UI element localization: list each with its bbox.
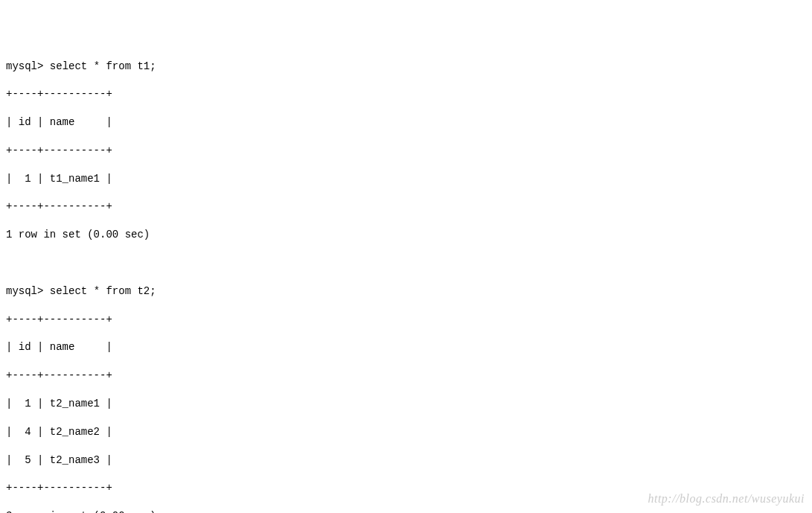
query-line-2: mysql> select * from t2; [6, 284, 806, 299]
mysql-prompt: mysql> [6, 60, 43, 72]
t1-footer: 1 row in set (0.00 sec) [6, 228, 806, 242]
t2-row-2: | 4 | t2_name2 | [6, 425, 806, 439]
t2-border-mid: +----+----------+ [6, 369, 806, 383]
t2-footer: 3 rows in set (0.00 sec) [6, 509, 806, 513]
t1-header: | id | name | [6, 115, 806, 130]
query-line-1: mysql> select * from t1; [6, 60, 806, 74]
watermark-text: http://blog.csdn.net/wuseyukui [648, 491, 805, 507]
t1-border-mid: +----+----------+ [6, 144, 806, 158]
t1-border-top: +----+----------+ [6, 87, 806, 101]
t2-header: | id | name | [6, 340, 806, 354]
t1-row-1: | 1 | t1_name1 | [6, 172, 806, 186]
query-text-1: select * from t1; [50, 60, 156, 72]
t2-border-top: +----+----------+ [6, 313, 806, 327]
t1-border-bottom: +----+----------+ [6, 200, 806, 214]
query-text-2: select * from t2; [50, 285, 156, 297]
blank-1 [6, 256, 806, 270]
t2-row-1: | 1 | t2_name1 | [6, 397, 806, 411]
mysql-prompt: mysql> [6, 285, 43, 297]
t2-row-3: | 5 | t2_name3 | [6, 453, 806, 468]
